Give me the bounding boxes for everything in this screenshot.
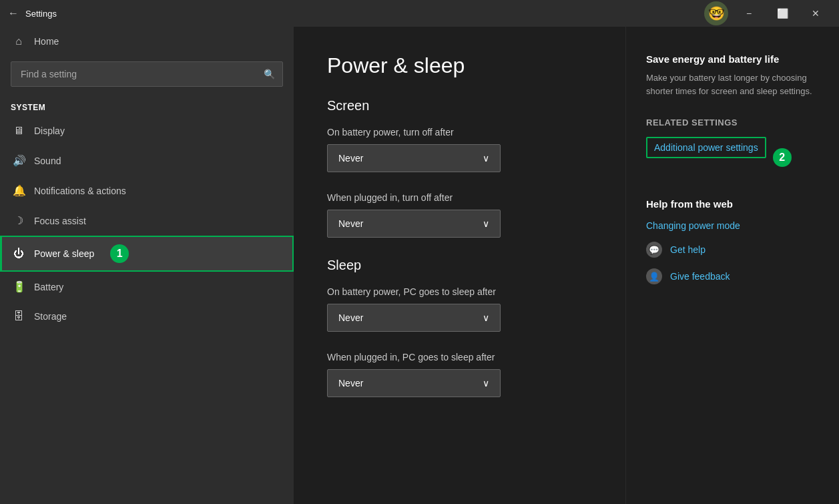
screen-section-title: Screen [327, 98, 592, 113]
sidebar-item-label: Sound [34, 156, 61, 166]
screen-battery-label: On battery power, turn off after [327, 127, 592, 138]
screen-plugged-row: When plugged in, turn off after Never ∨ [327, 192, 592, 238]
additional-power-link[interactable]: Additional power settings [646, 137, 766, 158]
sleep-section: Sleep On battery power, PC goes to sleep… [327, 258, 592, 397]
sleep-plugged-value: Never [338, 378, 363, 389]
minimize-button[interactable]: − [734, 0, 764, 27]
sidebar-item-storage[interactable]: 🗄 Storage [0, 302, 294, 331]
notifications-icon: 🔔 [13, 184, 25, 197]
chevron-down-icon: ∨ [483, 218, 489, 229]
search-icon: 🔍 [264, 69, 275, 79]
search-box: 🔍 [11, 61, 283, 87]
sleep-plugged-row: When plugged in, PC goes to sleep after … [327, 352, 592, 397]
main-layout: ⌂ Home 🔍 System 🖥 Display 🔊 Sound 🔔 Noti… [0, 27, 839, 504]
screen-plugged-label: When plugged in, turn off after [327, 192, 592, 203]
home-icon: ⌂ [13, 35, 25, 47]
right-panel: Save energy and battery life Make your b… [625, 27, 839, 504]
display-icon: 🖥 [13, 125, 25, 137]
focus-icon: ☽ [13, 214, 25, 227]
sleep-plugged-label: When plugged in, PC goes to sleep after [327, 352, 592, 362]
sleep-plugged-dropdown[interactable]: Never ∨ [327, 369, 501, 397]
chevron-down-icon: ∨ [483, 153, 489, 164]
screen-battery-row: On battery power, turn off after Never ∨ [327, 127, 592, 172]
system-section-label: System [0, 97, 294, 116]
give-feedback-link[interactable]: 👤 Give feedback [646, 268, 819, 284]
sidebar-item-notifications[interactable]: 🔔 Notifications & actions [0, 176, 294, 206]
info-title: Save energy and battery life [646, 53, 819, 65]
sidebar-item-label: Display [34, 125, 65, 136]
sidebar-item-sound[interactable]: 🔊 Sound [0, 146, 294, 176]
get-help-link[interactable]: 💬 Get help [646, 242, 819, 258]
screen-battery-value: Never [338, 153, 363, 164]
sidebar-item-battery[interactable]: 🔋 Battery [0, 272, 294, 302]
sleep-battery-value: Never [338, 312, 363, 323]
sleep-section-title: Sleep [327, 258, 592, 273]
sidebar-item-power[interactable]: ⏻ Power & sleep 1 [0, 236, 294, 272]
get-help-label: Get help [670, 244, 706, 255]
page-title: Power & sleep [327, 53, 592, 78]
help-section-title: Help from the web [646, 198, 819, 210]
give-feedback-label: Give feedback [670, 271, 730, 282]
search-input[interactable] [11, 61, 283, 87]
titlebar-left: ← Settings [8, 7, 57, 19]
screen-section: Screen On battery power, turn off after … [327, 98, 592, 238]
additional-power-row: Additional power settings 2 [646, 137, 819, 178]
maximize-button[interactable]: ⬜ [767, 0, 798, 27]
sidebar-item-label: Power & sleep [34, 248, 94, 259]
sidebar: ⌂ Home 🔍 System 🖥 Display 🔊 Sound 🔔 Noti… [0, 27, 294, 504]
screen-plugged-dropdown[interactable]: Never ∨ [327, 210, 501, 238]
close-button[interactable]: ✕ [800, 0, 831, 27]
back-icon[interactable]: ← [8, 7, 19, 19]
sidebar-item-label: Battery [34, 282, 63, 292]
sidebar-item-focus[interactable]: ☽ Focus assist [0, 206, 294, 236]
titlebar: ← Settings 🤓 − ⬜ ✕ [0, 0, 839, 27]
related-section-title: Related settings [646, 117, 819, 128]
sidebar-item-display[interactable]: 🖥 Display [0, 116, 294, 146]
titlebar-title: Settings [25, 9, 57, 19]
sleep-battery-dropdown[interactable]: Never ∨ [327, 304, 501, 332]
get-help-icon: 💬 [646, 242, 662, 258]
avatar: 🤓 [704, 1, 728, 25]
give-feedback-icon: 👤 [646, 268, 662, 284]
titlebar-controls: − ⬜ ✕ [734, 0, 831, 27]
sleep-battery-label: On battery power, PC goes to sleep after [327, 286, 592, 297]
sidebar-item-label: Focus assist [34, 216, 86, 226]
battery-icon: 🔋 [13, 280, 25, 293]
chevron-down-icon: ∨ [483, 378, 489, 389]
sidebar-item-label: Notifications & actions [34, 186, 126, 196]
changing-power-link[interactable]: Changing power mode [646, 220, 819, 231]
content-main: Power & sleep Screen On battery power, t… [294, 27, 625, 504]
screen-battery-dropdown[interactable]: Never ∨ [327, 144, 501, 172]
sidebar-item-label: Storage [34, 311, 67, 322]
sleep-battery-row: On battery power, PC goes to sleep after… [327, 286, 592, 332]
sidebar-item-label: Home [34, 36, 59, 47]
annotation-badge-2: 2 [773, 148, 792, 167]
info-text: Make your battery last longer by choosin… [646, 71, 819, 97]
chevron-down-icon: ∨ [483, 312, 489, 323]
screen-plugged-value: Never [338, 218, 363, 229]
titlebar-right: 🤓 − ⬜ ✕ [704, 0, 831, 27]
sidebar-item-home[interactable]: ⌂ Home [0, 27, 294, 56]
content-area: Power & sleep Screen On battery power, t… [294, 27, 839, 504]
storage-icon: 🗄 [13, 310, 25, 322]
power-icon: ⏻ [13, 248, 25, 260]
changing-power-label: Changing power mode [646, 220, 740, 231]
sound-icon: 🔊 [13, 154, 25, 167]
annotation-badge-1: 1 [110, 244, 129, 263]
